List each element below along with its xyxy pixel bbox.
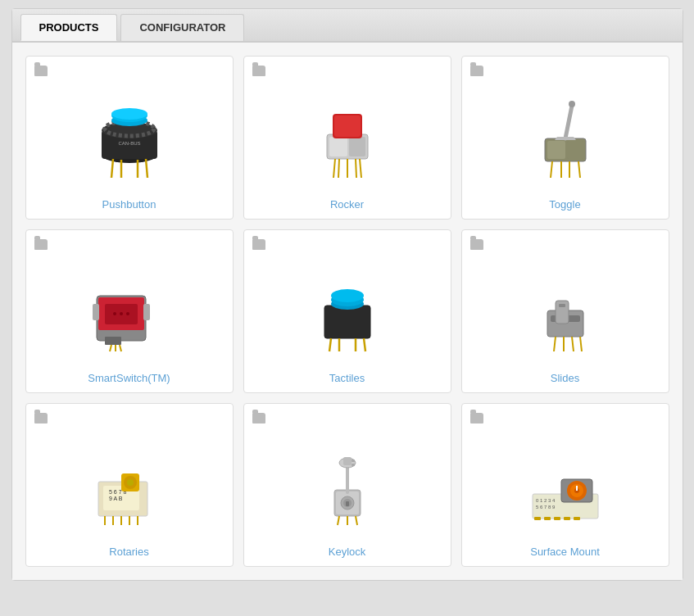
svg-line-58 bbox=[572, 337, 574, 351]
product-label-tactiles: Tactiles bbox=[252, 369, 442, 384]
svg-rect-81 bbox=[352, 464, 355, 466]
product-image-keylock bbox=[252, 427, 442, 536]
svg-line-84 bbox=[356, 516, 357, 525]
product-card-rotaries[interactable]: 5 6 7 8 9 A B Rotaries bbox=[25, 403, 234, 567]
folder-icon-slides bbox=[470, 238, 485, 250]
product-card-pushbutton[interactable]: CAN-BUS Pushbutton bbox=[25, 56, 234, 220]
product-label-pushbutton: Pushbutton bbox=[34, 195, 225, 211]
svg-text:5 6 7 8 9: 5 6 7 8 9 bbox=[536, 505, 556, 510]
tab-products[interactable]: PRODUCTS bbox=[20, 14, 118, 41]
folder-icon-tactiles bbox=[252, 238, 267, 250]
product-image-smartswitch bbox=[34, 253, 225, 362]
product-label-smartswitch: SmartSwitch(TM) bbox=[34, 369, 225, 384]
svg-rect-24 bbox=[567, 141, 583, 159]
svg-point-36 bbox=[120, 312, 123, 315]
svg-rect-94 bbox=[544, 517, 551, 520]
product-image-rotaries: 5 6 7 8 9 A B bbox=[34, 427, 225, 536]
product-card-toggle[interactable]: Toggle bbox=[461, 56, 669, 220]
product-label-keylock: Keylock bbox=[252, 542, 442, 558]
product-image-toggle bbox=[470, 79, 660, 188]
product-image-pushbutton: CAN-BUS bbox=[34, 79, 225, 188]
svg-rect-77 bbox=[346, 465, 349, 494]
tab-configurator[interactable]: CONFIGURATOR bbox=[120, 14, 244, 41]
svg-rect-44 bbox=[324, 306, 370, 338]
svg-text:CAN-BUS: CAN-BUS bbox=[118, 141, 140, 146]
svg-line-28 bbox=[551, 161, 552, 178]
product-label-rotaries: Rotaries bbox=[34, 542, 225, 558]
folder-icon-rocker bbox=[252, 65, 267, 76]
svg-rect-16 bbox=[334, 116, 361, 137]
product-image-slides bbox=[470, 253, 660, 362]
svg-rect-76 bbox=[346, 501, 349, 506]
product-label-slides: Slides bbox=[470, 369, 660, 384]
svg-line-21 bbox=[356, 159, 356, 178]
product-card-surface-mount[interactable]: 0 1 2 3 4 5 6 7 8 9 bbox=[461, 403, 669, 567]
svg-rect-96 bbox=[564, 517, 570, 520]
main-container: PRODUCTS CONFIGURATOR bbox=[11, 8, 683, 581]
product-label-rocker: Rocker bbox=[252, 195, 442, 211]
svg-point-6 bbox=[111, 108, 147, 120]
svg-rect-13 bbox=[329, 137, 347, 156]
svg-text:0 1 2 3 4: 0 1 2 3 4 bbox=[536, 498, 556, 503]
svg-line-7 bbox=[111, 159, 113, 178]
svg-point-37 bbox=[126, 312, 129, 315]
folder-icon-surface-mount bbox=[470, 412, 485, 424]
svg-line-25 bbox=[565, 106, 572, 138]
svg-point-47 bbox=[331, 289, 364, 302]
svg-line-41 bbox=[110, 345, 111, 351]
svg-rect-38 bbox=[93, 304, 99, 320]
svg-rect-93 bbox=[534, 517, 541, 520]
svg-line-20 bbox=[338, 159, 339, 178]
svg-line-19 bbox=[360, 159, 361, 178]
svg-line-31 bbox=[578, 161, 580, 178]
svg-line-51 bbox=[364, 338, 365, 351]
svg-line-82 bbox=[338, 516, 339, 525]
tab-bar: PRODUCTS CONFIGURATOR bbox=[12, 9, 683, 43]
svg-rect-80 bbox=[352, 460, 355, 462]
products-grid: CAN-BUS Pushbutton bbox=[25, 56, 669, 567]
svg-rect-95 bbox=[554, 517, 560, 520]
svg-rect-97 bbox=[574, 517, 580, 520]
svg-line-56 bbox=[554, 337, 556, 351]
svg-line-17 bbox=[333, 159, 335, 178]
svg-rect-55 bbox=[559, 304, 565, 307]
svg-line-48 bbox=[329, 338, 331, 351]
product-label-toggle: Toggle bbox=[470, 195, 660, 211]
svg-rect-40 bbox=[105, 337, 121, 345]
product-label-surface-mount: Surface Mount bbox=[470, 542, 660, 558]
svg-text:9 A B: 9 A B bbox=[109, 496, 123, 501]
products-content: CAN-BUS Pushbutton bbox=[12, 43, 683, 580]
svg-point-35 bbox=[113, 312, 116, 315]
svg-point-66 bbox=[127, 479, 134, 486]
folder-icon-toggle bbox=[470, 65, 485, 76]
svg-line-59 bbox=[580, 337, 582, 351]
product-image-tactiles bbox=[252, 253, 442, 362]
product-image-surface-mount: 0 1 2 3 4 5 6 7 8 9 bbox=[470, 427, 660, 536]
svg-line-10 bbox=[146, 159, 147, 178]
folder-icon-pushbutton bbox=[34, 65, 49, 76]
folder-icon-rotaries bbox=[34, 412, 49, 424]
product-card-smartswitch[interactable]: SmartSwitch(TM) bbox=[25, 229, 234, 393]
svg-rect-79 bbox=[343, 457, 352, 465]
product-image-rocker bbox=[252, 79, 442, 188]
svg-rect-23 bbox=[547, 141, 565, 159]
folder-icon-keylock bbox=[252, 412, 267, 424]
product-card-keylock[interactable]: Keylock bbox=[243, 403, 451, 567]
svg-rect-14 bbox=[349, 137, 365, 156]
svg-marker-27 bbox=[555, 137, 576, 140]
product-card-tactiles[interactable]: Tactiles bbox=[243, 229, 451, 393]
product-card-rocker[interactable]: Rocker bbox=[243, 56, 451, 220]
svg-line-43 bbox=[120, 345, 121, 351]
folder-icon-smartswitch bbox=[34, 238, 49, 250]
product-card-slides[interactable]: Slides bbox=[461, 229, 669, 393]
svg-rect-39 bbox=[143, 304, 150, 320]
svg-point-26 bbox=[569, 101, 575, 107]
